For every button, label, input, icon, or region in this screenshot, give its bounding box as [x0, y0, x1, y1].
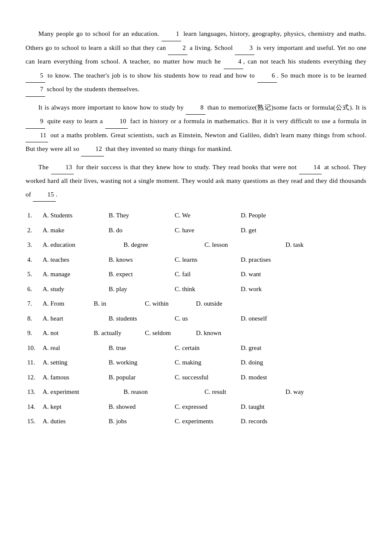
option-choice-13-A: A. experiment	[43, 386, 124, 398]
option-row-11: 11.A. settingB. workingC. makingD. doing	[26, 356, 366, 369]
option-number-7: 7.	[27, 298, 43, 310]
option-choices-2: A. makeB. doC. haveD. get	[43, 224, 366, 237]
option-number-11: 11.	[27, 356, 43, 369]
blank-3: 3	[235, 41, 254, 55]
option-choice-10-C: C. certain	[175, 342, 241, 354]
passage: Many people go to school for an educatio…	[26, 27, 366, 202]
blank-10: 10	[105, 115, 128, 129]
option-choice-13-C: C. result	[205, 386, 285, 398]
blank-7: 7	[26, 83, 45, 97]
blank-6: 6	[257, 69, 277, 83]
option-choice-2-B: B. do	[109, 224, 175, 237]
option-choice-4-A: A. teaches	[43, 254, 109, 266]
option-row-10: 10.A. realB. trueC. certainD. great	[26, 342, 366, 354]
paragraph-1: Many people go to school for an educatio…	[26, 27, 366, 97]
option-number-10: 10.	[27, 342, 43, 354]
option-choice-5-B: B. expect	[109, 268, 175, 280]
blank-13: 13	[51, 161, 74, 175]
option-choices-6: A. studyB. playC. thinkD. work	[43, 283, 366, 295]
blank-15: 15	[33, 188, 56, 202]
option-choice-7-D: D. outside	[196, 298, 247, 310]
option-choice-15-D: D. records	[241, 415, 307, 428]
options-section: 1.A. StudentsB. TheyC. WeD. People2.A. m…	[26, 209, 366, 428]
option-choice-7-B: B. in	[94, 298, 145, 310]
option-number-9: 9.	[27, 327, 43, 339]
option-choice-5-D: D. want	[241, 268, 307, 280]
option-choice-13-B: B. reason	[124, 386, 205, 398]
option-choice-11-A: A. setting	[43, 356, 109, 369]
option-choice-5-A: A. manage	[43, 268, 109, 280]
option-choices-12: A. famousB. popularC. successfulD. modes…	[43, 371, 366, 384]
option-choice-14-A: A. kept	[43, 401, 109, 413]
option-choice-9-A: A. not	[43, 327, 94, 339]
option-choice-3-B: B. degree	[124, 239, 205, 251]
option-choice-15-C: C. experiments	[175, 415, 241, 428]
option-row-2: 2.A. makeB. doC. haveD. get	[26, 224, 366, 237]
option-number-13: 13.	[27, 386, 43, 398]
option-choice-15-B: B. jobs	[109, 415, 175, 428]
option-choices-5: A. manageB. expectC. failD. want	[43, 268, 366, 280]
option-choice-8-B: B. students	[109, 312, 175, 325]
option-choice-5-C: C. fail	[175, 268, 241, 280]
option-choices-10: A. realB. trueC. certainD. great	[43, 342, 366, 354]
option-choice-7-A: A. From	[43, 298, 94, 310]
option-choices-14: A. keptB. showedC. expressedD. taught	[43, 401, 366, 413]
option-choice-4-D: D. practises	[241, 254, 307, 266]
option-choices-4: A. teachesB. knowsC. learnsD. practises	[43, 254, 366, 266]
option-choice-1-A: A. Students	[43, 209, 109, 222]
option-choice-12-A: A. famous	[43, 371, 109, 384]
option-choices-13: A. experimentB. reasonC. resultD. way	[43, 386, 366, 398]
option-choice-7-C: C. within	[145, 298, 196, 310]
paragraph-3: The 13 for their success is that they kn…	[26, 161, 366, 202]
option-row-5: 5.A. manageB. expectC. failD. want	[26, 268, 366, 280]
option-choice-2-D: D. get	[241, 224, 307, 237]
option-row-7: 7.A. FromB. inC. withinD. outside	[26, 298, 366, 310]
option-choice-6-B: B. play	[109, 283, 175, 295]
option-choice-14-B: B. showed	[109, 401, 175, 413]
option-choice-12-C: C. successful	[175, 371, 241, 384]
blank-2: 2	[168, 41, 187, 55]
option-choice-1-C: C. We	[175, 209, 241, 222]
option-choice-13-D: D. way	[285, 386, 366, 398]
blank-8: 8	[186, 101, 205, 115]
option-choice-15-A: A. duties	[43, 415, 109, 428]
option-number-12: 12.	[27, 371, 43, 384]
option-choice-11-B: B. working	[109, 356, 175, 369]
blank-11: 11	[26, 129, 48, 143]
blank-4: 4	[224, 55, 243, 69]
option-choice-1-D: D. People	[241, 209, 307, 222]
option-choice-14-C: C. expressed	[175, 401, 241, 413]
option-row-3: 3.A. educationB. degreeC. lessonD. task	[26, 239, 366, 251]
option-choice-12-D: D. modest	[241, 371, 307, 384]
option-choices-11: A. settingB. workingC. makingD. doing	[43, 356, 366, 369]
blank-9: 9	[26, 115, 45, 129]
option-number-6: 6.	[27, 283, 43, 295]
option-choices-1: A. StudentsB. TheyC. WeD. People	[43, 209, 366, 222]
option-row-13: 13.A. experimentB. reasonC. resultD. way	[26, 386, 366, 398]
option-choice-11-D: D. doing	[241, 356, 307, 369]
option-choice-12-B: B. popular	[109, 371, 175, 384]
option-choices-3: A. educationB. degreeC. lessonD. task	[43, 239, 366, 251]
option-choice-3-A: A. education	[43, 239, 124, 251]
option-choice-10-D: D. great	[241, 342, 307, 354]
option-choice-4-C: C. learns	[175, 254, 241, 266]
blank-12: 12	[81, 142, 104, 156]
option-number-14: 14.	[27, 401, 43, 413]
option-choice-6-D: D. work	[241, 283, 307, 295]
paragraph-2: It is always more important to know how …	[26, 101, 366, 156]
option-row-8: 8.A. heartB. studentsC. usD. oneself	[26, 312, 366, 325]
option-choice-9-D: D. known	[196, 327, 247, 339]
blank-1: 1	[161, 27, 181, 41]
option-row-15: 15.A. dutiesB. jobsC. experimentsD. reco…	[26, 415, 366, 428]
option-choice-10-A: A. real	[43, 342, 109, 354]
option-choices-9: A. notB. actuallyC. seldomD. known	[43, 327, 366, 339]
option-row-12: 12.A. famousB. popularC. successfulD. mo…	[26, 371, 366, 384]
option-row-4: 4.A. teachesB. knowsC. learnsD. practise…	[26, 254, 366, 266]
option-choice-2-C: C. have	[175, 224, 241, 237]
option-choice-8-D: D. oneself	[241, 312, 307, 325]
option-number-2: 2.	[27, 224, 43, 237]
option-row-9: 9.A. notB. actuallyC. seldomD. known	[26, 327, 366, 339]
option-choice-2-A: A. make	[43, 224, 109, 237]
option-choices-8: A. heartB. studentsC. usD. oneself	[43, 312, 366, 325]
option-row-1: 1.A. StudentsB. TheyC. WeD. People	[26, 209, 366, 222]
